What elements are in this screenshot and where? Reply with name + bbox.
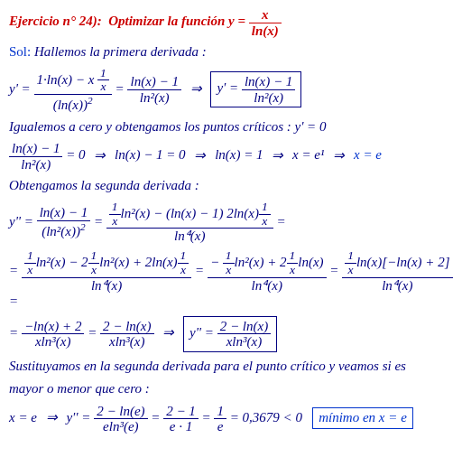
- n: −ln(x) + 2: [22, 319, 85, 335]
- n: 2 − ln(x): [217, 319, 271, 335]
- d3c-box: y'' = 2 − ln(x)xln³(x): [183, 316, 277, 352]
- lead: =: [9, 325, 22, 340]
- result-box: mínimo en x = e: [312, 407, 413, 429]
- text-1: Hallemos la primera derivada :: [31, 44, 207, 59]
- title-eq: y =: [228, 14, 249, 28]
- arrow-icon: ⇒: [328, 148, 350, 163]
- d: x: [259, 215, 271, 229]
- n: 1: [97, 67, 109, 81]
- crit-line: ln(x) − 1ln²(x) = 0 ⇒ ln(x) − 1 = 0 ⇒ ln…: [9, 141, 453, 172]
- bf: 2 − ln(x)xln³(x): [217, 319, 271, 350]
- d1-lhs: y' =: [9, 81, 34, 96]
- t: (ln²(x)): [42, 224, 80, 238]
- s4: x = e: [354, 148, 382, 163]
- n: 2 − 1: [163, 404, 199, 420]
- d: x: [24, 264, 36, 277]
- f1: ln(x) − 1 (ln²(x))2: [37, 205, 90, 238]
- n: 1: [287, 249, 299, 264]
- eq0: = 0: [62, 148, 85, 163]
- eq: =: [151, 410, 163, 425]
- sf: 1x: [24, 249, 36, 277]
- s1: ln(x) − 1 = 0: [115, 148, 186, 163]
- t: (ln(x)): [53, 98, 88, 112]
- t: ln²(x) − 2: [36, 255, 88, 269]
- box-frac: ln(x) − 1ln²(x): [242, 74, 295, 105]
- frac-num: x: [249, 7, 282, 23]
- deriv2c: = −ln(x) + 2xln³(x) = 2 − ln(x)xln³(x) ⇒…: [9, 316, 453, 352]
- d: ln²(x): [9, 157, 62, 173]
- mid: ln²(x) − (ln(x) − 1) 2ln(x): [121, 205, 259, 219]
- f2: 1xln²(x) − (ln(x) − 1) 2ln(x)1x ln⁴(x): [106, 201, 273, 244]
- deriv1: y' = 1·ln(x) − x 1x (ln(x))2 = ln(x) − 1…: [9, 67, 453, 113]
- eq: =: [195, 262, 208, 276]
- d: x: [345, 264, 356, 277]
- t: ln²(x) + 2ln(x): [99, 255, 177, 269]
- n: 1: [223, 249, 235, 264]
- n: 1: [178, 249, 189, 264]
- pre: −: [210, 255, 223, 269]
- d: ln²(x): [127, 90, 180, 106]
- n: 1xln²(x) − (ln(x) − 1) 2ln(x)1x: [106, 201, 273, 229]
- eq: =: [88, 325, 100, 340]
- arrow-icon: ⇒: [157, 325, 180, 340]
- n: ln(x) − 1: [242, 74, 295, 90]
- s2: ln(x) = 1: [215, 148, 263, 163]
- arrow-icon: ⇒: [41, 410, 63, 425]
- f1: 1xln²(x) − 21xln²(x) + 2ln(x)1x ln⁴(x): [22, 249, 191, 293]
- d: eln³(e): [94, 419, 147, 434]
- d: e · 1: [163, 419, 199, 434]
- lead: =: [9, 262, 22, 276]
- d: x: [223, 264, 235, 277]
- n: 1: [88, 249, 100, 264]
- eq: =: [329, 262, 342, 276]
- text-3: Obtengamos la segunda derivada :: [9, 177, 453, 195]
- title-text: Ejercicio n° 24): Optimizar la función: [9, 14, 228, 28]
- deriv2a: y'' = ln(x) − 1 (ln²(x))2 = 1xln²(x) − (…: [9, 201, 453, 244]
- d1-f1-num: 1·ln(x) − x 1x: [34, 67, 112, 96]
- n: ln(x) − 1: [127, 74, 180, 90]
- n: 2 − ln(e): [94, 404, 147, 420]
- text-4b: mayor o menor que cero :: [9, 380, 453, 398]
- lhs: y'' =: [189, 325, 217, 340]
- d: x: [97, 80, 109, 94]
- sf: 1x: [259, 201, 271, 229]
- d: ln⁴(x): [342, 278, 452, 294]
- d1-f1-den: (ln(x))2: [34, 95, 112, 113]
- n: 1: [345, 249, 356, 264]
- n: 1: [214, 404, 226, 420]
- eq: =: [116, 81, 128, 96]
- d: ln⁴(x): [208, 278, 327, 294]
- deriv2b: = 1xln²(x) − 21xln²(x) + 2ln(x)1x ln⁴(x)…: [9, 249, 453, 311]
- sol-label: Sol:: [9, 44, 31, 59]
- f2: 2 − ln(x)xln³(x): [100, 319, 153, 350]
- n: 1: [109, 201, 121, 215]
- sf: 1x: [345, 249, 356, 277]
- d: x: [109, 215, 121, 229]
- lhs: y'' =: [9, 213, 37, 228]
- d: e: [214, 419, 226, 434]
- text-2: Igualemos a cero y obtengamos los puntos…: [9, 118, 453, 136]
- s0: x = e: [9, 410, 37, 425]
- d: xln³(x): [217, 334, 271, 350]
- n: ln(x) − 1: [37, 205, 90, 221]
- crit-frac: ln(x) − 1ln²(x): [9, 141, 62, 172]
- n: 1xln(x)[−ln(x) + 2]: [342, 249, 452, 278]
- s3: x = e¹: [292, 148, 324, 163]
- n: − 1xln²(x) + 21xln(x): [208, 249, 327, 278]
- sf: 1x: [287, 249, 299, 277]
- sf: 1x: [223, 249, 235, 277]
- t: ln²(x) + 2: [235, 255, 287, 269]
- d1-box: y' = ln(x) − 1ln²(x): [210, 71, 301, 107]
- arrow-icon: ⇒: [88, 148, 111, 163]
- f1: 2 − ln(e)eln³(e): [94, 404, 147, 434]
- d: x: [287, 264, 299, 277]
- d: x: [88, 264, 100, 277]
- f3: 1e: [214, 404, 226, 434]
- n: 2 − ln(x): [100, 319, 153, 335]
- eval-line: x = e ⇒ y'' = 2 − ln(e)eln³(e) = 2 − 1e …: [9, 404, 453, 434]
- t: 1·ln(x) − x: [37, 71, 98, 86]
- tail: = 0,3679 < 0: [230, 410, 302, 425]
- n: 1: [259, 201, 271, 215]
- text-4a: Sustituyamos en la segunda derivada para…: [9, 358, 453, 376]
- lhs: y' =: [217, 81, 242, 96]
